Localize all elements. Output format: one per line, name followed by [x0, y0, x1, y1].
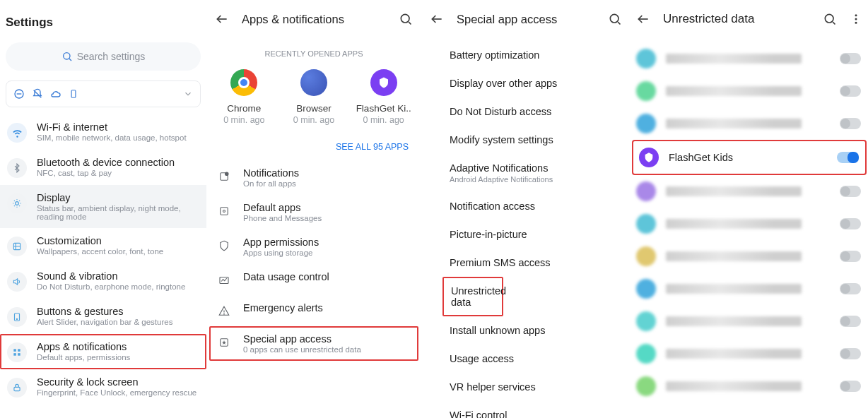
svg-point-16: [401, 14, 409, 23]
svg-line-31: [833, 22, 835, 24]
access-item-adaptive[interactable]: Adaptive NotificationsAndroid Adaptive N…: [421, 154, 631, 192]
item-label: App permissions: [243, 237, 319, 248]
svg-point-0: [63, 53, 69, 59]
apps-menu-list: NotificationsOn for all apps Default app…: [206, 160, 421, 361]
svg-rect-12: [13, 353, 16, 356]
app-row-blurred[interactable]: [631, 240, 868, 273]
access-list: Battery optimization Display over other …: [421, 38, 631, 418]
see-all-apps-link[interactable]: SEE ALL 95 APPS: [206, 128, 421, 160]
more-icon[interactable]: [850, 13, 862, 25]
toggle-switch[interactable]: [840, 218, 861, 229]
settings-item-apps-notifications[interactable]: Apps & notificationsDefault apps, permis…: [0, 334, 206, 369]
header-title: Special app access: [457, 13, 595, 26]
settings-item-customization[interactable]: CustomizationWallpapers, accent color, f…: [0, 228, 206, 263]
chrome-icon: [230, 69, 257, 96]
chevron-down-icon: [183, 89, 193, 99]
search-icon[interactable]: [608, 12, 622, 26]
item-label: Wi-Fi & internet: [37, 121, 187, 133]
settings-item-bluetooth[interactable]: Bluetooth & device connectionNFC, cast, …: [0, 150, 206, 185]
access-item-display-over[interactable]: Display over other apps: [421, 69, 631, 97]
search-input[interactable]: Search settings: [6, 42, 201, 71]
item-sub: Fingerprint, Face Unlock, emergency resc…: [37, 388, 197, 397]
app-name-blurred: [666, 284, 802, 294]
app-row-flashget-kids[interactable]: FlashGet Kids: [632, 140, 867, 175]
access-item-pip[interactable]: Picture-in-picture: [421, 220, 631, 249]
app-row-blurred[interactable]: [631, 338, 868, 370]
item-sub: On for all apps: [243, 179, 299, 188]
header: Unrestricted data: [631, 0, 868, 38]
header: Special app access: [421, 0, 631, 38]
toggle-switch[interactable]: [840, 85, 861, 97]
menu-item-special-app-access[interactable]: Special app access0 apps can use unrestr…: [209, 326, 418, 361]
recent-app-chrome[interactable]: Chrome 0 min. ago: [211, 69, 276, 125]
app-row-blurred[interactable]: [631, 370, 868, 402]
item-label: Data usage control: [243, 271, 329, 282]
back-icon[interactable]: [636, 12, 650, 26]
app-row-blurred[interactable]: [631, 42, 868, 75]
toggle-switch[interactable]: [840, 251, 861, 262]
toggle-switch[interactable]: [840, 316, 861, 327]
settings-item-buttons[interactable]: Buttons & gesturesAlert Slider, navigati…: [0, 299, 206, 334]
app-row-blurred[interactable]: [631, 107, 868, 140]
data-usage-icon: [216, 273, 232, 288]
access-item-dnd[interactable]: Do Not Disturb access: [421, 97, 631, 126]
browser-icon: [300, 69, 327, 96]
page-title: Settings: [0, 0, 206, 42]
item-label: VR helper services: [450, 381, 631, 393]
item-label: Special app access: [243, 333, 361, 345]
menu-item-notifications[interactable]: NotificationsOn for all apps: [209, 160, 418, 195]
settings-item-display[interactable]: DisplayStatus bar, ambient display, nigh…: [0, 185, 206, 228]
app-row-blurred[interactable]: [631, 305, 868, 338]
app-name-blurred: [666, 349, 802, 359]
app-row-blurred[interactable]: [631, 175, 868, 208]
access-item-wifi-control[interactable]: Wi-Fi control: [421, 401, 631, 418]
toggle-switch[interactable]: [837, 152, 858, 163]
back-icon[interactable]: [430, 12, 444, 26]
item-label: Premium SMS access: [450, 257, 631, 268]
settings-item-wifi[interactable]: Wi-Fi & internetSIM, mobile network, dat…: [0, 114, 206, 150]
svg-point-32: [855, 14, 857, 16]
app-row-blurred[interactable]: [631, 273, 868, 305]
toggle-switch[interactable]: [840, 186, 861, 197]
app-name-blurred: [666, 316, 802, 326]
toggle-switch[interactable]: [840, 53, 861, 64]
access-item-notif-access[interactable]: Notification access: [421, 192, 631, 220]
toggle-switch[interactable]: [840, 283, 861, 294]
access-item-unrestricted-data[interactable]: Unrestricted data: [442, 277, 503, 316]
app-time: 0 min. ago: [363, 115, 404, 125]
display-icon: [7, 193, 27, 213]
sound-icon: [7, 272, 27, 292]
access-item-modify[interactable]: Modify system settings: [421, 126, 631, 154]
app-icon: [636, 114, 656, 133]
svg-rect-20: [221, 208, 228, 215]
search-icon[interactable]: [399, 12, 413, 26]
item-sub: Do Not Disturb, earphone mode, ringtone: [37, 282, 185, 291]
toggle-switch[interactable]: [840, 118, 861, 129]
settings-item-security[interactable]: Security & lock screenFingerprint, Face …: [0, 369, 206, 405]
item-sub: SIM, mobile network, data usage, hotspot: [37, 133, 187, 142]
item-label: Notification access: [450, 201, 631, 212]
access-item-vr[interactable]: VR helper services: [421, 373, 631, 401]
access-item-battery[interactable]: Battery optimization: [421, 41, 631, 69]
menu-item-data-usage[interactable]: Data usage control: [209, 264, 418, 295]
permissions-icon: [216, 238, 232, 253]
item-sub: Apps using storage: [243, 249, 319, 257]
access-item-usage[interactable]: Usage access: [421, 345, 631, 373]
menu-item-emergency[interactable]: Emergency alerts: [209, 295, 418, 326]
toggle-switch[interactable]: [840, 348, 861, 359]
settings-item-sound[interactable]: Sound & vibrationDo Not Disturb, earphon…: [0, 263, 206, 299]
menu-item-default-apps[interactable]: Default appsPhone and Messages: [209, 195, 418, 229]
back-icon[interactable]: [215, 12, 229, 26]
search-icon[interactable]: [823, 12, 837, 26]
recent-app-flashget[interactable]: FlashGet Ki.. 0 min. ago: [351, 69, 416, 125]
status-row[interactable]: [6, 80, 201, 107]
app-icon: [636, 246, 656, 266]
access-item-sms[interactable]: Premium SMS access: [421, 249, 631, 277]
app-row-blurred[interactable]: [631, 208, 868, 240]
app-row-blurred[interactable]: [631, 75, 868, 107]
recent-app-browser[interactable]: Browser 0 min. ago: [281, 69, 346, 125]
menu-item-app-permissions[interactable]: App permissionsApps using storage: [209, 229, 418, 264]
toggle-switch[interactable]: [840, 381, 861, 392]
item-label: Customization: [37, 235, 163, 246]
access-item-install-unknown[interactable]: Install unknown apps: [421, 316, 631, 345]
